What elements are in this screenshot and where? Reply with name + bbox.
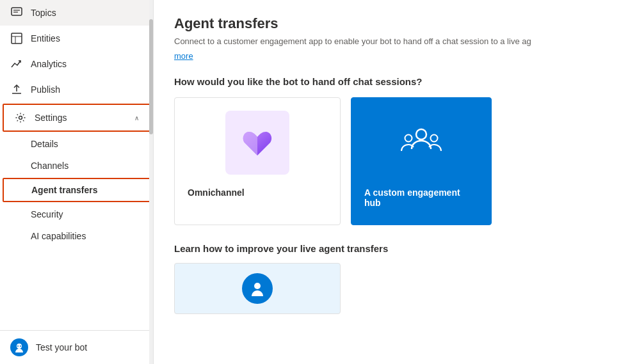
svg-rect-3 — [12, 33, 22, 44]
svg-point-11 — [20, 345, 21, 347]
learn-section-title: Learn how to improve your live agent tra… — [174, 243, 617, 254]
omnichannel-label: Omnichannel — [188, 187, 245, 198]
sidebar-item-settings[interactable]: Settings ∧ — [3, 104, 150, 132]
scrollbar-thumb[interactable] — [149, 19, 153, 134]
more-link[interactable]: more — [174, 51, 193, 61]
scrollbar-track — [149, 0, 153, 364]
sidebar-item-entities-label: Entities — [31, 33, 143, 44]
svg-point-8 — [19, 116, 22, 120]
sidebar-subitem-details-label: Details — [31, 139, 58, 149]
cards-row: Omnichannel — [174, 97, 617, 225]
sidebar-subitem-agent-transfers[interactable]: Agent transfers — [3, 178, 150, 202]
sidebar-bottom-test-bot[interactable]: Test your bot — [0, 330, 153, 364]
learn-card-avatar — [242, 273, 273, 304]
custom-hub-icon-area — [364, 111, 478, 175]
custom-hub-label: A custom engagement hub — [364, 187, 478, 208]
chat-icon — [10, 6, 23, 19]
main-content: Agent transfers Connect to a customer en… — [154, 0, 637, 364]
sidebar-subitem-ai-capabilities-label: AI capabilities — [31, 231, 86, 241]
custom-hub-logo — [389, 111, 453, 175]
sidebar-subitem-ai-capabilities[interactable]: AI capabilities — [0, 225, 153, 247]
svg-point-15 — [254, 283, 261, 289]
sidebar-subitem-agent-transfers-label: Agent transfers — [31, 185, 97, 195]
svg-rect-0 — [12, 8, 22, 15]
sidebar-item-topics[interactable]: Topics — [0, 0, 153, 26]
learn-card[interactable] — [174, 263, 341, 314]
analytics-icon — [10, 58, 23, 70]
svg-point-12 — [416, 129, 426, 139]
omnichannel-card[interactable]: Omnichannel — [174, 97, 341, 225]
sidebar-subitem-security-label: Security — [31, 209, 63, 219]
publish-icon — [10, 83, 23, 96]
sidebar-item-publish[interactable]: Publish — [0, 77, 153, 102]
omnichannel-icon-area — [188, 111, 327, 175]
settings-icon — [14, 111, 27, 124]
custom-hub-card[interactable]: A custom engagement hub — [351, 97, 492, 225]
sidebar-subitem-channels[interactable]: Channels — [0, 155, 153, 177]
page-subtitle: Connect to a customer engagement app to … — [174, 36, 617, 47]
sidebar-scroll[interactable]: Topics Entities Analytics — [0, 0, 153, 330]
section-question: How would you like the bot to hand off c… — [174, 76, 617, 87]
bot-avatar — [10, 338, 28, 356]
sidebar-item-entities[interactable]: Entities — [0, 26, 153, 51]
sidebar-item-publish-label: Publish — [31, 84, 143, 95]
sidebar-subitem-security[interactable]: Security — [0, 203, 153, 225]
omnichannel-logo — [225, 111, 289, 175]
test-your-bot-label: Test your bot — [36, 342, 87, 352]
svg-point-14 — [431, 135, 438, 142]
sidebar-item-topics-label: Topics — [31, 8, 143, 18]
svg-point-13 — [405, 135, 412, 142]
chevron-up-icon: ∧ — [134, 115, 139, 122]
sidebar-item-analytics[interactable]: Analytics — [0, 51, 153, 77]
sidebar-subitem-channels-label: Channels — [31, 161, 69, 171]
sidebar-item-analytics-label: Analytics — [31, 59, 143, 69]
table-icon — [10, 32, 23, 45]
page-title: Agent transfers — [174, 15, 617, 32]
sidebar: Topics Entities Analytics — [0, 0, 154, 364]
sidebar-subitem-details[interactable]: Details — [0, 133, 153, 155]
sidebar-item-settings-label: Settings — [35, 113, 127, 123]
svg-point-10 — [17, 345, 19, 347]
